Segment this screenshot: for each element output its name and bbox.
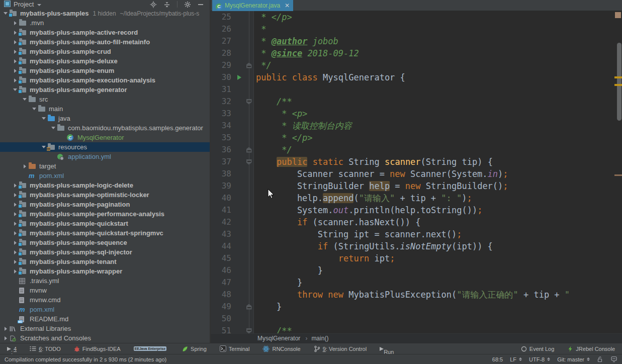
fold-marker-icon[interactable]	[246, 63, 252, 68]
tree-item-mybatis-plus-sample-pagination[interactable]: mybatis-plus-sample-pagination	[0, 200, 210, 209]
inspection-status-square[interactable]	[615, 12, 621, 18]
editor-viewport[interactable]: 25 * </p>26 *27 * @author jobob28 * @sin…	[211, 11, 622, 333]
tree-item-scratches-and-consoles[interactable]: Scratches and Consoles	[0, 333, 210, 343]
fold-marker-icon[interactable]	[246, 159, 252, 165]
tree-item-mybatis-plus-sample-enum[interactable]: mybatis-plus-sample-enum	[0, 66, 210, 75]
tree-toggle-icon[interactable]	[11, 21, 19, 25]
code-text[interactable]: System.out.println(help.toString());	[253, 204, 482, 216]
tree-item-mybatis-plus-sample-optimistic-locker[interactable]: mybatis-plus-sample-optimistic-locker	[0, 190, 210, 200]
tree-item-pom-xml[interactable]: mpom.xml	[0, 305, 210, 314]
code-text[interactable]: String ipt = scanner.next();	[253, 228, 462, 240]
project-panel-title[interactable]: Project	[14, 1, 34, 8]
toolwindow-button-rnconsole[interactable]: RNConsole	[262, 345, 300, 352]
code-text[interactable]: return ipt;	[253, 252, 395, 264]
collapse-all-icon[interactable]	[163, 1, 170, 8]
tree-toggle-icon[interactable]	[40, 117, 48, 120]
tree-item-mybatis-plus-sample-logic-delete[interactable]: mybatis-plus-sample-logic-delete	[0, 180, 210, 190]
breadcrumb-item-main[interactable]: main()	[301, 335, 329, 342]
tree-item-mybatis-plus-sample-generator[interactable]: mybatis-plus-sample-generator	[0, 85, 210, 95]
tree-item-travis-yml[interactable]: .travis.yml	[0, 276, 210, 286]
tree-item-mybatis-plus-sample-quickstart[interactable]: mybatis-plus-sample-quickstart	[0, 219, 210, 228]
code-text[interactable]: Scanner scanner = new Scanner(System.in)…	[253, 168, 508, 180]
settings-icon[interactable]	[184, 1, 191, 8]
toolwindow-button-spring[interactable]: Spring	[182, 346, 207, 352]
code-text[interactable]: *	[253, 23, 266, 35]
tree-toggle-icon[interactable]	[2, 327, 10, 331]
code-text[interactable]: * 读取控制台内容	[253, 120, 352, 132]
code-text[interactable]: public class MysqlGenerator {	[253, 71, 405, 83]
tree-item-mybatis-plus-sample-crud[interactable]: mybatis-plus-sample-crud	[0, 47, 210, 56]
toolwindow-button-6-todo[interactable]: 6: TODO	[30, 346, 61, 352]
toolwindow-button-4-run[interactable]: : Run4	[7, 346, 17, 352]
tree-item-external-libraries[interactable]: External Libraries	[0, 324, 210, 333]
tree-item-mybatis-plus-sample-execution-analysis[interactable]: mybatis-plus-sample-execution-analysis	[0, 75, 210, 85]
status-widget-unlock-icon[interactable]	[597, 356, 603, 362]
status-widget-utf-8[interactable]: UTF-8	[529, 356, 550, 362]
breadcrumb-item-mysqlgenerator[interactable]: MysqlGenerator	[256, 335, 301, 342]
fold-marker-icon[interactable]	[246, 99, 252, 105]
tree-item-mybatis-plus-sample-active-record[interactable]: mybatis-plus-sample-active-record	[0, 28, 210, 37]
tree-item-mybatis-plus-sample-tenant[interactable]: mybatis-plus-sample-tenant	[0, 257, 210, 266]
code-text[interactable]: help.append("请输入" + tip + ": ");	[253, 192, 472, 204]
tree-toggle-icon[interactable]	[49, 127, 57, 129]
tree-item-java[interactable]: java	[0, 114, 210, 123]
status-widget-68-5[interactable]: 68:5	[492, 356, 503, 362]
toolwindow-button-findbugs-idea[interactable]: FindBugs-IDEA	[74, 346, 121, 352]
tree-item-application-yml[interactable]: application.yml	[0, 152, 210, 161]
toolwindow-button-event-log[interactable]: Event Log	[521, 346, 555, 352]
code-text[interactable]: */	[253, 144, 292, 156]
tree-item-mybatis-plus-sample-deluxe[interactable]: mybatis-plus-sample-deluxe	[0, 56, 210, 66]
code-text[interactable]: if (StringUtils.isNotEmpty(ipt)) {	[253, 240, 493, 252]
tree-item-mvnw-cmd[interactable]: mvnw.cmd	[0, 295, 210, 305]
run-class-icon[interactable]	[237, 75, 241, 80]
status-widget-hector-icon[interactable]	[610, 356, 617, 362]
tree-item-mybatis-plus-samples[interactable]: mybatis-plus-samples1 hidden~/IdeaProjec…	[0, 9, 210, 18]
code-text[interactable]: * </p>	[253, 11, 292, 23]
tree-item-mybatis-plus-sample-quickstart-springmvc[interactable]: mybatis-plus-sample-quickstart-springmvc	[0, 228, 210, 238]
scrollbar-thumb[interactable]	[617, 43, 621, 121]
warning-stripe-mark[interactable]	[614, 76, 622, 78]
tree-item-mybatis-plus-sample-sequence[interactable]: mybatis-plus-sample-sequence	[0, 238, 210, 247]
tree-item-pom-xml[interactable]: mpom.xml	[0, 171, 210, 180]
code-text[interactable]: public static String scanner(String tip)…	[253, 156, 493, 168]
code-text[interactable]: }	[253, 301, 282, 313]
tree-item-mybatis-plus-sample-wrapper[interactable]: mybatis-plus-sample-wrapper	[0, 266, 210, 276]
code-text[interactable]: * @author jobob	[253, 35, 338, 47]
fold-marker-icon[interactable]	[246, 304, 252, 310]
tree-item-resources[interactable]: resources	[0, 142, 210, 152]
code-text[interactable]: /**	[253, 325, 292, 333]
toolwindow-button-run-dashboard[interactable]: Run Dashboard	[380, 347, 386, 351]
tree-item-src[interactable]: src	[0, 95, 210, 104]
tree-item-mybatis-plus-sample-auto-fill-metainfo[interactable]: mybatis-plus-sample-auto-fill-metainfo	[0, 37, 210, 47]
fold-marker-icon[interactable]	[246, 328, 252, 334]
code-text[interactable]: /**	[253, 96, 292, 108]
tree-item-main[interactable]: main	[0, 104, 210, 114]
tree-item-mybatis-plus-sample-performance-analysis[interactable]: mybatis-plus-sample-performance-analysis	[0, 209, 210, 219]
tree-toggle-icon[interactable]	[2, 336, 10, 340]
code-text[interactable]: throw new MybatisPlusException("请输入正确的" …	[253, 289, 570, 301]
tree-item-com-baomidou-mybatisplus-samples-generator[interactable]: com.baomidou.mybatisplus.samples.generat…	[0, 123, 210, 133]
toolwindow-button-terminal[interactable]: Terminal	[220, 345, 250, 352]
code-text[interactable]: */	[253, 59, 272, 71]
warning-stripe-mark[interactable]	[614, 84, 622, 86]
status-widget-lf[interactable]: LF	[510, 356, 522, 362]
tree-item-mybatis-plus-sample-sql-injector[interactable]: mybatis-plus-sample-sql-injector	[0, 247, 210, 257]
hide-icon[interactable]	[198, 2, 204, 8]
toolwindow-button-jrebel-console[interactable]: JRebel Console	[567, 346, 615, 352]
status-widget-git-master[interactable]: Git: master	[557, 356, 590, 362]
tree-toggle-icon[interactable]	[21, 98, 29, 101]
close-icon[interactable]: ✕	[285, 3, 290, 8]
code-text[interactable]: StringBuilder help = new StringBuilder()…	[253, 180, 508, 192]
code-text[interactable]: if (scanner.hasNext()) {	[253, 216, 421, 228]
toolwindow-button-java-enterprise[interactable]: EEJava Enterprise	[134, 346, 169, 351]
fold-marker-icon[interactable]	[246, 147, 252, 153]
tree-toggle-icon[interactable]	[30, 108, 38, 110]
chevron-down-icon[interactable]	[37, 4, 41, 6]
locate-icon[interactable]	[150, 1, 157, 8]
tree-item-mysqlgenerator[interactable]: CMysqlGenerator	[0, 133, 210, 142]
caret-stripe-mark[interactable]	[614, 174, 622, 176]
tree-item-target[interactable]: target	[0, 161, 210, 171]
tree-item-mvnw[interactable]: mvnw	[0, 286, 210, 295]
code-text[interactable]: * </p>	[253, 132, 313, 144]
code-text[interactable]: }	[253, 277, 302, 289]
